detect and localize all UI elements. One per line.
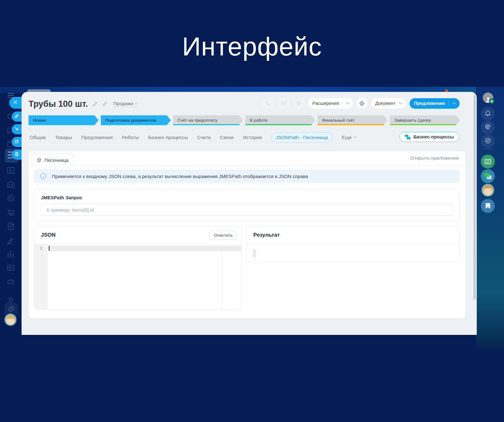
stage-label: Финальный счёт [322,118,355,123]
sign-pen-icon[interactable] [6,236,15,245]
editor-active-line [48,246,241,251]
phone-icon [265,100,271,106]
news-icon [485,159,491,164]
marketing-button[interactable] [481,120,495,134]
email-button[interactable] [278,98,289,109]
news-feed-button[interactable] [481,155,495,169]
tab-sandbox[interactable]: Песочница [32,154,74,166]
clear-button[interactable]: Очистить [210,231,237,240]
contact-card-icon[interactable] [6,263,15,272]
business-processes-button[interactable]: Бизнес-процессы [399,132,459,142]
stage-label: Завершить сделку [394,118,431,123]
tasks-icon[interactable] [6,166,15,175]
robot-icon[interactable] [6,277,15,286]
target-icon [484,123,491,131]
tab-links[interactable]: Связи [220,135,234,140]
messenger-button[interactable] [481,169,495,183]
document-edit-icon[interactable] [6,222,15,231]
deal-slider: Трубы 100 шт. Продажи Расширения Докуме [22,92,477,335]
info-icon: i [40,173,46,179]
bookmark-button[interactable] [481,199,495,213]
chat-transfer-button[interactable] [481,134,495,148]
marketing-target-icon[interactable] [6,194,15,203]
deal-stage-bar: Новая Подготовка документов Счёт на пред… [29,115,460,125]
tab-jsonpath-sandbox[interactable]: JSONPath - Песочница [271,132,333,143]
offer-button[interactable]: Предложение [410,98,460,109]
tab-invoices[interactable]: Счета [197,135,211,140]
stage-close-deal[interactable]: Завершить сделку [390,115,460,125]
deal-tabs: Общие Товары Предложения Роботы Бизнес-п… [30,132,356,143]
tab-more[interactable]: Еще [342,135,356,140]
close-icon [13,100,18,106]
chat-search-button[interactable] [293,98,304,109]
support-avatar[interactable] [481,184,494,196]
collapse-slider-button[interactable] [12,124,22,134]
rail-divider [483,149,493,149]
cube-icon [37,158,42,163]
rocket-icon [7,305,15,313]
tab-products[interactable]: Товары [55,135,72,140]
screenshot-canvas: Интерфейс [0,0,504,422]
print-button[interactable] [12,150,22,160]
editor-gutter: 1 [34,244,48,310]
open-app-link[interactable]: Открыть приложение [410,155,459,161]
print-icon [14,152,19,158]
sandbox-tab-label: Песочница [44,157,68,163]
cart-icon[interactable] [6,208,15,217]
result-panel-header: Результат [247,226,459,244]
stage-prepay-invoice[interactable]: Счёт на предоплату [173,115,243,125]
bell-icon [484,109,491,118]
messenger-icon [484,173,492,179]
extensions-button[interactable]: Расширения [308,98,352,109]
call-button[interactable] [262,98,274,109]
mail-icon [281,100,286,106]
tab-business-processes[interactable]: Бизнес-процессы [148,135,188,140]
stage-underline [173,124,241,125]
chevron-down-icon [346,100,350,105]
link-icon[interactable] [102,101,107,107]
settings-button[interactable] [357,98,367,109]
jmespath-query-input[interactable] [41,204,453,216]
current-user-avatar[interactable] [4,314,16,326]
deal-title: Трубы 100 шт. [29,99,88,109]
line-number: 1 [34,246,48,251]
close-slider-button[interactable] [9,97,22,109]
external-link-icon [14,139,19,145]
bookmark-icon [486,203,490,209]
analytics-icon[interactable] [6,250,15,259]
sandbox-app-panel: Песочница Открыть приложение i Применяет… [29,151,465,318]
stage-underline [390,124,458,125]
stage-in-progress[interactable]: В работе [245,115,315,125]
status-play-badge [489,99,494,104]
stage-docs[interactable]: Подготовка документов [101,115,171,125]
document-button[interactable]: Документ [371,98,406,109]
copy-link-button[interactable] [12,112,22,122]
edit-title-icon[interactable] [92,101,98,107]
chevron-down-icon [452,100,456,105]
document-label: Документ [375,101,396,106]
notifications-button[interactable] [481,106,495,120]
tab-history[interactable]: История [243,135,262,140]
pipeline-selector[interactable]: Продажи [113,101,137,107]
stage-label: Счёт на предоплату [178,118,217,123]
stage-label: Новая [33,118,46,123]
result-body [247,244,459,262]
json-code-editor[interactable]: 1 [34,244,241,310]
tab-general[interactable]: Общие [30,135,46,140]
stage-final-invoice[interactable]: Финальный счёт [318,115,388,125]
result-panel-title: Результат [253,232,280,238]
stage-underline [245,124,313,125]
tab-quotes[interactable]: Предложения [81,135,113,140]
arrow-down-right-icon [14,126,19,132]
warehouse-icon[interactable] [6,180,15,189]
text-cursor [49,246,49,251]
pipeline-label: Продажи [113,101,133,106]
chevron-down-icon [353,135,357,138]
open-new-window-button[interactable] [12,137,22,147]
tab-robots[interactable]: Роботы [122,135,139,140]
overlay-scrollbar[interactable] [474,95,476,300]
page-title: Интерфейс [0,32,504,61]
business-processes-label: Бизнес-процессы [413,134,454,139]
stage-new[interactable]: Новая [29,115,99,125]
editor-vertical-rule [222,244,223,310]
